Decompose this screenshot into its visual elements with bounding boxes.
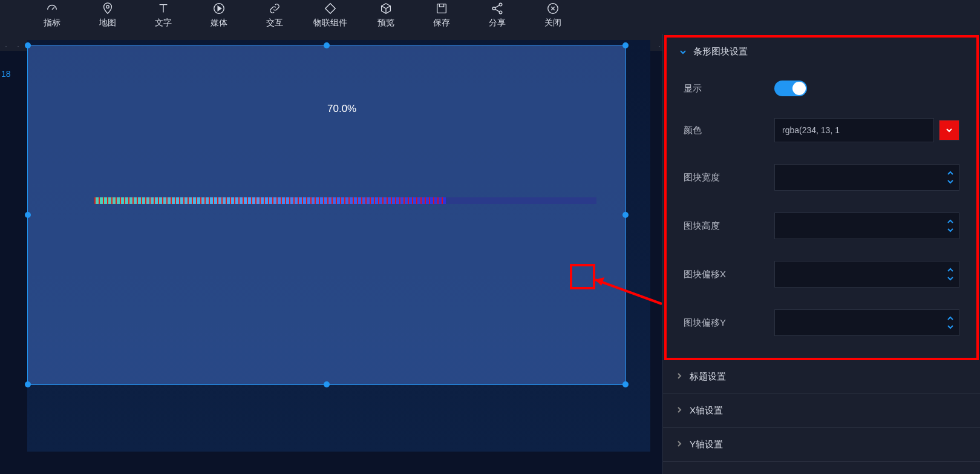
block-offset-x-label: 图块偏移X — [684, 269, 774, 280]
resize-handle-nw[interactable] — [25, 42, 31, 48]
toolbar-item-share[interactable]: 分享 — [469, 2, 525, 28]
canvas-area[interactable]: 18 70.0% — [0, 34, 662, 474]
svg-point-3 — [499, 3, 502, 6]
chevron-right-icon — [675, 372, 684, 382]
chevron-right-icon — [675, 439, 684, 450]
stepper-down-icon[interactable] — [946, 178, 955, 185]
stepper-up-icon[interactable] — [946, 170, 955, 177]
stepper-up-icon[interactable] — [946, 218, 955, 225]
color-swatch[interactable] — [939, 120, 959, 140]
title-settings-section[interactable]: 标题设置 — [663, 360, 980, 394]
resize-handle-e[interactable] — [622, 212, 629, 218]
block-width-stepper[interactable] — [774, 164, 959, 191]
ruler-mark: 18 — [1, 69, 11, 79]
svg-point-5 — [499, 11, 502, 14]
stepper-up-icon[interactable] — [946, 315, 955, 322]
section-header-bar-block[interactable]: 条形图块设置 — [667, 38, 976, 66]
resize-handle-w[interactable] — [25, 212, 31, 218]
section-title: X轴设置 — [690, 405, 723, 416]
toolbar-item-close[interactable]: 关闭 — [525, 2, 581, 28]
stepper-down-icon[interactable] — [946, 226, 955, 234]
save-icon — [435, 2, 448, 15]
map-pin-icon — [101, 2, 114, 15]
form-row-color: 颜色 — [684, 107, 959, 153]
toolbar-item-preview[interactable]: 预览 — [358, 2, 414, 28]
section-body: 显示 颜色 图块宽度 — [667, 66, 976, 358]
toolbar-label: 指标 — [44, 18, 60, 28]
main-area: 18 70.0% — [0, 34, 980, 474]
toolbar-label: 关闭 — [544, 18, 561, 28]
y-axis-settings-section[interactable]: Y轴设置 — [663, 428, 980, 462]
toolbar-item-media[interactable]: 媒体 — [191, 2, 247, 28]
block-height-stepper[interactable] — [774, 212, 959, 239]
resize-handle-se[interactable] — [622, 381, 629, 387]
link-icon — [268, 2, 281, 15]
share-icon — [491, 2, 504, 15]
toolbar-label: 文字 — [155, 18, 172, 28]
toolbar-item-map[interactable]: 地图 — [80, 2, 136, 28]
block-offset-y-input[interactable] — [775, 310, 941, 335]
section-title: Y轴设置 — [690, 439, 723, 450]
toolbar-label: 物联组件 — [313, 18, 347, 28]
color-label: 颜色 — [684, 125, 774, 136]
toolbar-label: 分享 — [489, 18, 506, 28]
form-row-block-width: 图块宽度 — [684, 153, 959, 202]
toolbar-item-interactive[interactable]: 交互 — [247, 2, 302, 28]
color-input[interactable] — [774, 118, 934, 142]
resize-handle-s[interactable] — [324, 381, 330, 387]
close-circle-icon — [546, 2, 560, 15]
resize-handle-n[interactable] — [324, 42, 330, 48]
properties-panel: 条形图块设置 显示 颜色 — [662, 34, 980, 474]
display-label: 显示 — [684, 83, 774, 94]
stepper-down-icon[interactable] — [946, 275, 955, 282]
toolbar-item-save[interactable]: 保存 — [414, 2, 469, 28]
gauge-icon — [45, 2, 59, 15]
display-toggle[interactable] — [774, 81, 807, 96]
annotation-arrow — [595, 275, 662, 305]
chevron-down-icon — [679, 48, 687, 56]
toolbar: 指标 地图 文字 媒体 交互 物联组件 预览 — [0, 0, 980, 34]
svg-point-0 — [106, 5, 109, 8]
form-row-display: 显示 — [684, 70, 959, 107]
selected-progress-component[interactable]: 70.0% — [27, 45, 626, 385]
block-height-label: 图块高度 — [684, 220, 774, 232]
svg-rect-2 — [437, 4, 446, 13]
progress-bar-track — [94, 197, 596, 204]
toolbar-label: 预览 — [377, 18, 394, 28]
progress-bar-ticks — [94, 197, 446, 204]
block-offset-x-stepper[interactable] — [774, 261, 959, 288]
toolbar-label: 交互 — [266, 18, 283, 28]
block-width-label: 图块宽度 — [684, 172, 774, 183]
stepper-down-icon[interactable] — [946, 323, 955, 331]
resize-handle-ne[interactable] — [622, 42, 629, 48]
toolbar-item-text[interactable]: 文字 — [136, 2, 191, 28]
bar-block-settings-section: 条形图块设置 显示 颜色 — [664, 35, 979, 360]
toolbar-item-indicator[interactable]: 指标 — [24, 2, 80, 28]
form-row-block-offset-y: 图块偏移Y — [684, 298, 959, 347]
block-height-input[interactable] — [775, 213, 941, 239]
toolbar-item-iot[interactable]: 物联组件 — [302, 2, 358, 28]
section-title: 条形图块设置 — [693, 46, 748, 58]
resize-handle-sw[interactable] — [25, 381, 31, 387]
x-axis-settings-section[interactable]: X轴设置 — [663, 394, 980, 428]
form-row-block-offset-x: 图块偏移X — [684, 250, 959, 298]
annotation-highlight-box — [570, 264, 595, 289]
form-row-block-height: 图块高度 — [684, 202, 959, 250]
progress-percentage-label: 70.0% — [327, 103, 356, 115]
toolbar-label: 地图 — [99, 18, 116, 28]
text-icon — [157, 2, 170, 15]
block-offset-y-stepper[interactable] — [774, 309, 959, 336]
block-width-input[interactable] — [775, 165, 941, 190]
play-circle-icon — [212, 2, 226, 15]
section-title: 标题设置 — [690, 371, 726, 383]
chevron-right-icon — [675, 406, 684, 416]
diamond-icon — [324, 2, 337, 15]
toolbar-label: 媒体 — [211, 18, 227, 28]
stepper-up-icon[interactable] — [946, 266, 955, 274]
cube-icon — [379, 2, 393, 15]
svg-point-4 — [492, 7, 495, 10]
block-offset-y-label: 图块偏移Y — [684, 317, 774, 329]
toolbar-label: 保存 — [433, 18, 450, 28]
block-offset-x-input[interactable] — [775, 262, 941, 287]
